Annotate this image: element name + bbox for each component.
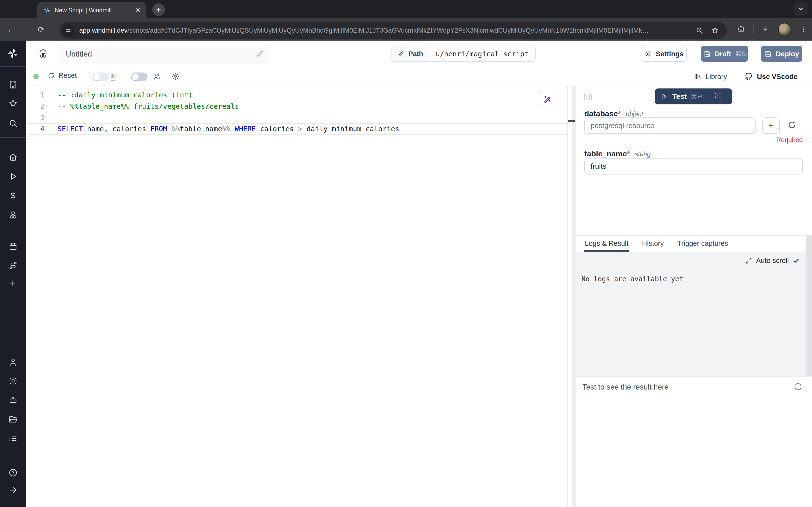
test-button[interactable]: Test ⌘↵ xyxy=(655,89,732,104)
save-icon xyxy=(764,50,772,58)
database-field-type: object xyxy=(626,110,643,118)
reload-button[interactable]: ⟳ xyxy=(34,25,48,34)
expand-icon[interactable] xyxy=(745,257,752,264)
info-icon[interactable] xyxy=(794,382,802,393)
table-name-input[interactable]: fruits xyxy=(584,158,803,174)
divider xyxy=(0,137,26,138)
use-vscode-button[interactable]: Use VScode xyxy=(744,72,798,81)
sidebar-item-schedules[interactable] xyxy=(8,242,18,251)
table-name-field-label: table_name* string xyxy=(584,149,651,158)
editor-code[interactable]: -- :daily_minimum_calories (int)-- %%tab… xyxy=(58,90,566,134)
window-zoom-button[interactable] xyxy=(27,6,34,12)
add-resource-button[interactable]: + xyxy=(762,117,779,134)
database-resource-input[interactable]: postgresql resource xyxy=(584,117,756,134)
editor-scrollbar[interactable] xyxy=(572,86,576,507)
deploy-button[interactable]: Deploy xyxy=(761,46,802,62)
magic-wand-icon xyxy=(542,95,552,104)
script-title-input[interactable]: Untitled xyxy=(58,45,270,63)
collab-toggle[interactable] xyxy=(131,72,148,81)
profile-avatar[interactable] xyxy=(778,23,791,36)
bookmark-star-icon[interactable] xyxy=(711,26,719,35)
code-editor[interactable]: 1234 -- :daily_minimum_calories (int)-- … xyxy=(26,86,576,507)
back-button[interactable]: ← xyxy=(4,25,18,34)
run-preview-panel: Test ⌘↵ database* object postgresql reso… xyxy=(576,86,812,507)
no-logs-message: No logs are available yet xyxy=(581,275,683,283)
users-icon xyxy=(153,72,162,82)
play-icon xyxy=(661,93,668,100)
windmill-favicon xyxy=(43,6,51,14)
result-placeholder: Test to see the result here xyxy=(582,383,669,392)
gear-icon xyxy=(644,50,652,58)
logs-container: Auto scroll No logs are available yet xyxy=(576,252,812,377)
divider xyxy=(708,89,708,104)
settings-button[interactable]: Settings xyxy=(641,46,687,62)
status-dot xyxy=(33,74,39,79)
sidebar-item-folders[interactable] xyxy=(8,415,18,425)
browser-menu-icon[interactable] xyxy=(800,25,808,33)
collapse-panel-icon[interactable] xyxy=(583,92,593,104)
sidebar-item-users[interactable] xyxy=(8,357,18,367)
path-chip[interactable]: Path u/henri/magical_script xyxy=(391,46,536,62)
divider xyxy=(753,25,754,34)
tab-trigger-captures[interactable]: Trigger captures xyxy=(677,235,729,251)
draft-shortcut: ⌘S xyxy=(735,50,746,58)
sidebar-item-favorites[interactable] xyxy=(8,99,18,108)
sidebar-item-home[interactable] xyxy=(8,152,18,162)
address-bar[interactable]: app.windmill.dev/scripts/add#JTdCJTIyaGF… xyxy=(59,22,727,39)
path-label: Path xyxy=(408,50,423,58)
refresh-icon xyxy=(47,72,55,79)
tab-close-icon[interactable]: ✕ xyxy=(134,6,141,14)
sidebar-item-resources[interactable] xyxy=(8,210,18,220)
edit-pencil-icon[interactable] xyxy=(256,50,264,58)
windmill-logo[interactable] xyxy=(7,47,19,60)
sidebar-item-workspace[interactable] xyxy=(8,80,18,90)
draft-button[interactable]: Draft ⌘S xyxy=(701,46,748,62)
diff-icon: ± xyxy=(111,71,115,80)
sidebar-item-settings[interactable] xyxy=(8,376,18,386)
table-name-value: fruits xyxy=(591,162,606,170)
postgresql-icon xyxy=(38,48,48,61)
zoom-icon[interactable] xyxy=(696,26,704,35)
sidebar-item-search[interactable] xyxy=(8,118,18,128)
sidebar-help-button[interactable] xyxy=(8,468,18,477)
library-icon xyxy=(694,72,702,81)
divider xyxy=(0,66,26,67)
capture-icon[interactable] xyxy=(714,91,722,102)
tab-history[interactable]: History xyxy=(642,235,664,251)
reset-button[interactable]: Reset xyxy=(47,71,77,79)
sidebar-item-routes[interactable] xyxy=(8,261,18,270)
script-title-value: Untitled xyxy=(66,50,256,58)
extensions-icon[interactable] xyxy=(737,25,746,34)
script-header-bar: Untitled Path u/henri/magical_script Set… xyxy=(26,41,812,67)
github-icon xyxy=(744,72,753,81)
panel-scrollbar[interactable] xyxy=(806,236,812,377)
editor-settings-gear-icon[interactable] xyxy=(171,72,180,82)
sidebar-expand-button[interactable] xyxy=(8,485,18,495)
ai-assistant-button[interactable] xyxy=(539,91,555,107)
window-close-button[interactable] xyxy=(9,6,15,12)
sidebar-item-runs[interactable] xyxy=(8,172,18,181)
sidebar-add-button[interactable]: + xyxy=(10,278,19,288)
sidebar-item-workers[interactable] xyxy=(8,395,18,405)
chevron-down-icon xyxy=(798,6,804,12)
editor-gutter[interactable]: 1234 xyxy=(26,90,45,134)
library-button[interactable]: Library xyxy=(694,72,727,81)
diff-toggle[interactable] xyxy=(92,72,109,81)
sidebar-item-variables[interactable] xyxy=(8,191,18,201)
editor-toolbar: Reset ± Library Use VScode xyxy=(26,67,812,86)
refresh-resources-button[interactable] xyxy=(787,120,797,131)
browser-actions xyxy=(733,18,812,41)
download-icon[interactable] xyxy=(761,25,769,34)
new-tab-button[interactable]: + xyxy=(152,3,165,16)
check-icon xyxy=(793,258,800,264)
auto-scroll-control[interactable]: Auto scroll xyxy=(745,257,800,265)
tab-search-button[interactable] xyxy=(794,2,808,15)
tab-logs-result[interactable]: Logs & Result xyxy=(584,235,629,251)
database-field-label: database* object xyxy=(584,109,643,118)
browser-tab[interactable]: New Script | Windmill ✕ xyxy=(37,2,147,18)
site-settings-icon[interactable] xyxy=(62,24,74,37)
url-text: app.windmill.dev/scripts/add#JTdCJTIyaGF… xyxy=(79,27,691,34)
sidebar-item-audit-logs[interactable] xyxy=(8,434,18,443)
window-minimize-button[interactable] xyxy=(18,6,25,12)
database-placeholder: postgresql resource xyxy=(591,122,654,130)
